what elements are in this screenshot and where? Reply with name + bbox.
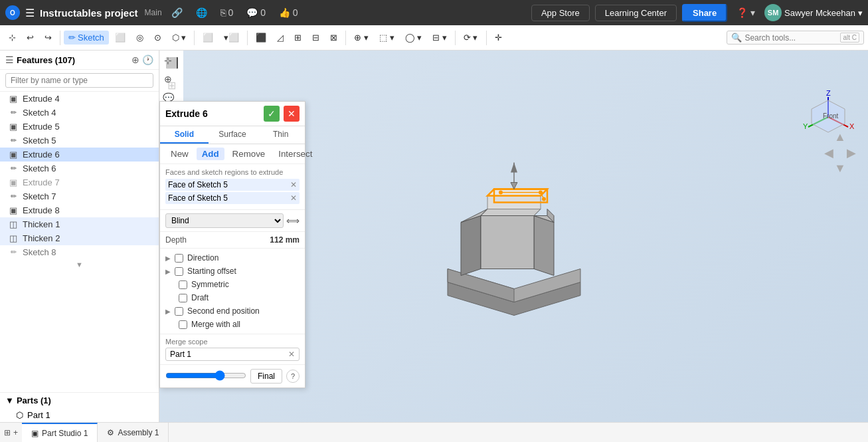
merge-scope-label: Merge scope: [165, 338, 300, 346]
merge-scope-section: Merge scope Part 1 ✕: [160, 334, 305, 364]
tool-16[interactable]: ⊟ ▾: [428, 31, 452, 45]
add-feature-icon[interactable]: ⊕: [131, 55, 139, 65]
parts-header[interactable]: ▼ Parts (1): [0, 393, 159, 408]
search-input[interactable]: [744, 33, 837, 43]
feature-item-extrude8[interactable]: ▣ Extrude 8: [0, 203, 159, 217]
bottom-icon-2[interactable]: +: [13, 428, 18, 437]
feature-item-extrude7[interactable]: ▣ Extrude 7: [0, 175, 159, 189]
starting-offset-checkbox[interactable]: [175, 267, 183, 276]
tab-solid[interactable]: Solid: [160, 126, 209, 144]
share-button[interactable]: Share: [682, 4, 727, 22]
view-icon-1[interactable]: ⊹: [161, 53, 175, 68]
starting-offset-label: Starting offset: [187, 267, 236, 276]
bottom-icon-1[interactable]: ⊞: [4, 428, 11, 437]
option-second-end-position[interactable]: ▶ Second end position: [165, 304, 300, 318]
feature-item-sketch6[interactable]: ✏ Sketch 6: [0, 162, 159, 175]
svg-text:X: X: [849, 122, 855, 130]
flip-direction-button[interactable]: ⟺: [286, 215, 300, 226]
feature-item-sketch5[interactable]: ✏ Sketch 5: [0, 134, 159, 148]
select-tool-button[interactable]: ⊹: [4, 31, 21, 45]
features-menu-icon[interactable]: ☰: [5, 55, 14, 65]
viewport-nav: ▲ ◀ ▶ ▼: [824, 130, 856, 175]
feature-item-sketch8[interactable]: ✏ Sketch 8: [0, 245, 159, 259]
option-direction[interactable]: ▶ Direction: [165, 251, 300, 265]
feature-item-thicken2[interactable]: ◫ Thicken 2: [0, 231, 159, 245]
comment-icon[interactable]: 💬 0: [242, 6, 270, 19]
feature-item-sketch7[interactable]: ✏ Sketch 7: [0, 189, 159, 203]
tool-10[interactable]: ⊞: [290, 31, 306, 45]
tool-7[interactable]: ▾⬜: [219, 31, 244, 45]
user-name: Sawyer Mckeehan: [784, 8, 855, 18]
option-starting-offset[interactable]: ▶ Starting offset: [165, 265, 300, 278]
feature-item-extrude6[interactable]: ▣ Extrude 6: [0, 148, 159, 162]
tool-6[interactable]: ⬜: [198, 31, 218, 45]
nav-right-arrow[interactable]: ▶: [847, 146, 856, 160]
tool-14[interactable]: ⬚ ▾: [375, 31, 399, 45]
tool-11[interactable]: ⊟: [307, 31, 324, 45]
help-icon[interactable]: ❓ ▾: [733, 6, 759, 19]
tool-2[interactable]: ⬜: [110, 31, 130, 45]
progress-slider[interactable]: [165, 370, 246, 381]
extrude-ok-button[interactable]: ✓: [264, 106, 280, 122]
hamburger-menu[interactable]: ☰: [25, 7, 35, 19]
op-new-button[interactable]: New: [165, 148, 194, 160]
op-remove-button[interactable]: Remove: [227, 148, 271, 160]
nav-left-arrow[interactable]: ◀: [824, 146, 833, 160]
symmetric-checkbox[interactable]: [179, 280, 187, 289]
help-button[interactable]: ?: [286, 370, 300, 383]
draft-checkbox[interactable]: [179, 294, 187, 302]
end-type-select[interactable]: Blind Through All Up to face Up to part: [165, 213, 284, 228]
face-remove-button-2[interactable]: ✕: [290, 193, 297, 203]
redo-button[interactable]: ↪: [40, 31, 56, 45]
nav-up-arrow[interactable]: ▲: [834, 130, 846, 144]
merge-with-all-checkbox[interactable]: [179, 320, 187, 329]
op-add-button[interactable]: Add: [197, 148, 224, 160]
tool-3[interactable]: ◎: [131, 31, 148, 45]
direction-checkbox[interactable]: [175, 254, 183, 263]
view-icon-2[interactable]: ⊕: [161, 72, 175, 86]
globe-icon[interactable]: 🌐: [192, 6, 211, 19]
history-icon[interactable]: 🕐: [142, 55, 153, 65]
expand-arrow-icon: ▶: [165, 268, 171, 275]
snap-tool[interactable]: ✛: [490, 31, 507, 45]
parts-section: ▼ Parts (1) ⬡ Part 1: [0, 392, 159, 422]
svg-marker-17: [481, 215, 534, 269]
part-item-1[interactable]: ⬡ Part 1: [0, 408, 159, 422]
op-intersect-button[interactable]: Intersect: [273, 148, 317, 160]
tab-thin[interactable]: Thin: [256, 126, 305, 144]
tool-4[interactable]: ⊙: [149, 31, 166, 45]
nav-down-arrow[interactable]: ▼: [834, 162, 846, 175]
feature-item-extrude4[interactable]: ▣ Extrude 4: [0, 92, 159, 106]
user-menu[interactable]: SM Sawyer Mckeehan ▾: [764, 4, 863, 21]
second-end-position-checkbox[interactable]: [175, 307, 183, 316]
tool-12[interactable]: ⊠: [325, 31, 342, 45]
link-icon[interactable]: 🔗: [167, 6, 187, 19]
feature-list: ▣ Extrude 4 ✏ Sketch 4 ▣ Extrude 5 ✏ Ske…: [0, 92, 159, 392]
feature-item-thicken1[interactable]: ◫ Thicken 1: [0, 217, 159, 231]
app-store-button[interactable]: App Store: [531, 5, 590, 21]
face-remove-button-1[interactable]: ✕: [290, 180, 297, 189]
merge-scope-remove-button[interactable]: ✕: [288, 350, 295, 359]
dialog-footer: Final ?: [160, 364, 305, 387]
final-button[interactable]: Final: [250, 369, 282, 384]
copy-icon[interactable]: ⎘ 0: [217, 6, 238, 19]
tab-surface[interactable]: Surface: [209, 126, 257, 144]
tab-assembly-1[interactable]: ⚙ Assembly 1: [98, 423, 169, 442]
learning-center-button[interactable]: Learning Center: [595, 5, 677, 21]
extrude-cancel-button[interactable]: ✕: [284, 106, 300, 122]
tab-icon-part-studio: ▣: [31, 429, 39, 438]
filter-input[interactable]: [5, 73, 153, 88]
sketch-button[interactable]: ✏ Sketch: [64, 31, 109, 45]
tool-13[interactable]: ⊕ ▾: [349, 31, 373, 45]
tool-5[interactable]: ⬡ ▾: [167, 31, 191, 45]
transform-tool[interactable]: ⟳ ▾: [459, 31, 483, 45]
feature-item-sketch4[interactable]: ✏ Sketch 4: [0, 106, 159, 120]
like-icon[interactable]: 👍 0: [275, 6, 302, 19]
symmetric-label: Symmetric: [191, 280, 229, 289]
tool-15[interactable]: ◯ ▾: [400, 31, 427, 45]
tool-9[interactable]: ◿: [272, 31, 288, 45]
tool-8[interactable]: ⬛: [251, 31, 271, 45]
feature-item-extrude5[interactable]: ▣ Extrude 5: [0, 120, 159, 134]
tab-part-studio-1[interactable]: ▣ Part Studio 1: [22, 423, 98, 442]
undo-button[interactable]: ↩: [22, 31, 39, 45]
